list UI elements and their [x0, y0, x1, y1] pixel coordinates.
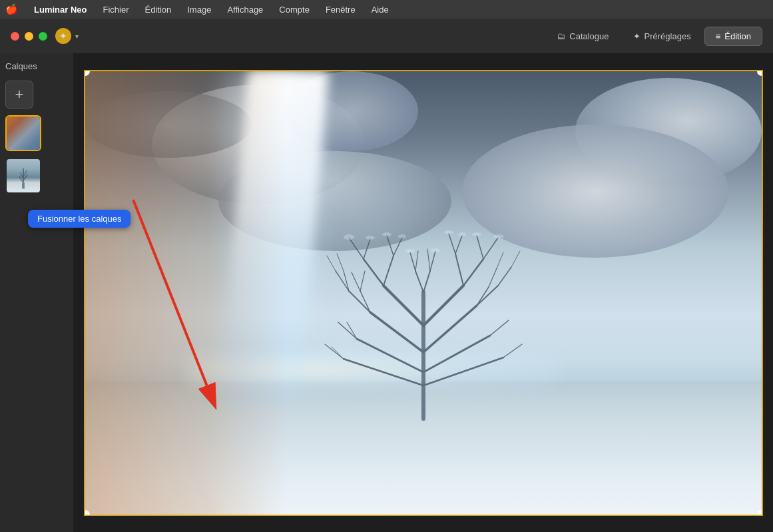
traffic-lights: [11, 32, 47, 41]
menu-aide[interactable]: Aide: [369, 3, 391, 16]
tooltip-text: Fusionner les calques: [37, 214, 121, 224]
svg-point-56: [366, 236, 375, 240]
svg-line-41: [325, 344, 344, 359]
main-layout: Calques +: [0, 53, 773, 532]
nav-buttons: 🗂 Catalogue ✦ Préréglages ≡ Édition: [546, 27, 762, 46]
svg-line-9: [384, 286, 423, 326]
svg-rect-0: [22, 182, 25, 188]
tree-svg: [290, 192, 557, 425]
catalogue-button[interactable]: 🗂 Catalogue: [546, 27, 619, 45]
svg-line-52: [337, 254, 344, 271]
menu-compte[interactable]: Compte: [276, 3, 312, 16]
svg-line-54: [497, 252, 503, 268]
layer-2-thumbnail[interactable]: [5, 158, 41, 194]
merge-layers-tooltip: Fusionner les calques: [28, 210, 130, 228]
catalogue-label: Catalogue: [569, 31, 609, 41]
svg-line-12: [423, 306, 477, 352]
svg-line-50: [427, 249, 430, 271]
svg-line-17: [364, 259, 384, 286]
prereglages-label: Préréglages: [644, 31, 691, 41]
layers-panel: Calques +: [0, 53, 73, 532]
svg-point-58: [398, 234, 406, 238]
svg-line-26: [477, 236, 483, 259]
svg-line-31: [336, 271, 349, 291]
svg-line-25: [483, 238, 498, 259]
svg-line-46: [423, 271, 430, 292]
svg-line-45: [415, 271, 423, 292]
photo-composite: [85, 71, 762, 515]
svg-line-28: [455, 236, 462, 254]
svg-point-63: [405, 249, 415, 253]
add-layer-button[interactable]: +: [5, 81, 33, 109]
edition-button[interactable]: ≡ Édition: [704, 27, 762, 46]
svg-line-48: [415, 251, 418, 271]
svg-line-23: [463, 259, 483, 286]
app-name[interactable]: Luminar Neo: [31, 3, 89, 16]
svg-line-39: [338, 322, 357, 339]
minimize-button[interactable]: [25, 32, 33, 41]
menu-affichage[interactable]: Affichage: [224, 3, 266, 16]
menubar: 🍎 Luminar Neo Fichier Édition Image Affi…: [0, 0, 773, 19]
svg-line-27: [449, 234, 455, 254]
menu-image[interactable]: Image: [184, 3, 214, 16]
app-logo[interactable]: ✦ ▾: [55, 28, 79, 44]
svg-line-42: [332, 347, 344, 359]
svg-line-22: [393, 238, 402, 256]
svg-line-53: [511, 251, 520, 267]
edition-icon: ≡: [716, 31, 721, 41]
svg-line-10: [423, 286, 463, 326]
svg-line-16: [423, 358, 503, 386]
logo-star-icon: ✦: [55, 28, 71, 44]
layer-1-thumbnail[interactable]: [5, 115, 41, 151]
layer-1-preview: [7, 117, 40, 150]
svg-line-38: [489, 268, 497, 287]
warm-color-overlay: [85, 71, 288, 515]
menu-fichier[interactable]: Fichier: [100, 3, 131, 16]
menu-edition[interactable]: Édition: [142, 3, 174, 16]
close-button[interactable]: [11, 32, 19, 41]
image-frame: [84, 70, 763, 516]
svg-point-62: [493, 234, 504, 238]
canvas-area: [73, 53, 773, 532]
svg-line-24: [455, 254, 463, 286]
svg-line-44: [503, 344, 522, 358]
svg-line-21: [387, 236, 393, 256]
svg-line-37: [498, 267, 511, 286]
svg-line-30: [360, 291, 370, 312]
svg-point-61: [472, 232, 481, 236]
svg-line-20: [364, 239, 370, 259]
svg-point-64: [431, 248, 440, 252]
svg-line-14: [423, 336, 490, 372]
titlebar: ✦ ▾ 🗂 Catalogue ✦ Préréglages ≡ Édition: [0, 19, 773, 53]
svg-line-43: [490, 320, 509, 336]
svg-line-32: [344, 271, 349, 291]
svg-line-51: [327, 256, 336, 271]
layer-2-preview: [7, 159, 40, 192]
svg-line-19: [349, 238, 364, 259]
prereglages-button[interactable]: ✦ Préréglages: [623, 27, 702, 45]
svg-line-33: [352, 272, 360, 291]
svg-line-29: [349, 291, 370, 312]
menu-fenetre[interactable]: Fenêtre: [323, 3, 358, 16]
svg-line-40: [347, 322, 357, 339]
svg-point-60: [458, 232, 466, 236]
tree-container: [290, 192, 557, 425]
catalogue-icon: 🗂: [557, 31, 565, 41]
svg-point-59: [444, 230, 453, 234]
layers-title: Calques: [5, 61, 68, 71]
add-icon: +: [15, 86, 24, 103]
svg-line-34: [360, 271, 365, 291]
svg-line-47: [410, 252, 415, 271]
svg-line-18: [384, 256, 393, 286]
maximize-button[interactable]: [39, 32, 47, 41]
svg-point-55: [344, 234, 354, 240]
prereglages-icon: ✦: [633, 31, 641, 41]
edition-label: Édition: [724, 31, 751, 41]
svg-point-57: [382, 232, 391, 236]
logo-chevron-icon: ▾: [75, 33, 79, 40]
apple-menu-icon[interactable]: 🍎: [5, 3, 18, 15]
svg-line-49: [430, 251, 435, 271]
svg-line-15: [344, 359, 423, 386]
